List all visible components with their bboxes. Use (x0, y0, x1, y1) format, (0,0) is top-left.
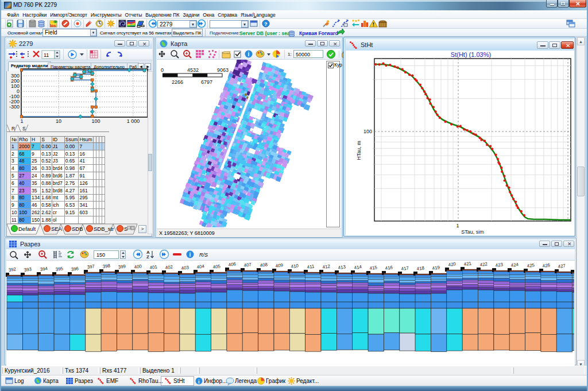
svg-text:1:: 1: (288, 52, 292, 57)
svg-text:?: ? (264, 21, 268, 27)
svg-text:R/S: R/S (199, 252, 208, 258)
svg-text:SEA: SEA (51, 226, 63, 232)
svg-text:Default: Default (18, 226, 36, 232)
svg-text:S: S (124, 226, 127, 232)
svg-text:SDB: SDB (72, 226, 83, 232)
svg-text:SDB_str: SDB_str (94, 226, 114, 232)
svg-text:tos: tos (51, 24, 56, 28)
svg-text:i: i (248, 51, 250, 57)
svg-text:Z: Z (146, 254, 149, 260)
svg-text:i: i (189, 251, 191, 258)
svg-text:i: i (198, 379, 200, 385)
svg-text:11: 11 (44, 52, 49, 58)
